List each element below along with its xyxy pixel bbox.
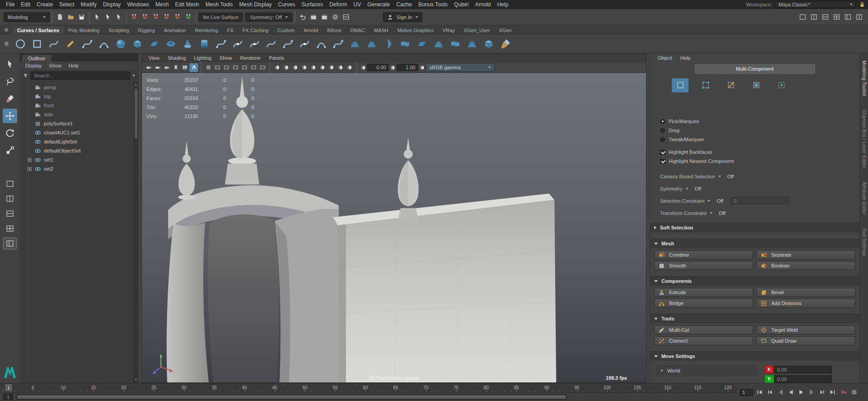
radio-tweak-marquee[interactable]: Tweak/Marquee bbox=[650, 135, 859, 144]
viewport-menu-panels[interactable]: Panels bbox=[265, 55, 288, 61]
curve-fillet-button[interactable] bbox=[314, 36, 329, 52]
outliner-item-persp[interactable]: persp bbox=[20, 83, 138, 92]
chevron-down-icon[interactable] bbox=[132, 75, 135, 76]
nurbs-cone-button[interactable] bbox=[180, 36, 195, 52]
bridge-button[interactable]: Bridge bbox=[654, 299, 753, 308]
nurbs-sphere-button[interactable] bbox=[113, 36, 128, 52]
pane-layout-button-1[interactable] bbox=[4, 178, 16, 189]
shelf-tab-custom[interactable]: Custom bbox=[273, 26, 299, 34]
shelf-tab-vray[interactable]: VRay bbox=[438, 26, 459, 34]
exposure-field[interactable]: 0.00 bbox=[367, 64, 389, 71]
loft-button[interactable] bbox=[397, 36, 413, 52]
menu-uv[interactable]: UV bbox=[350, 0, 364, 9]
translate-x-field[interactable]: 0.00 bbox=[774, 366, 832, 373]
display-layers-button[interactable] bbox=[341, 12, 351, 22]
bookmark-button[interactable] bbox=[171, 63, 180, 72]
component-mode-button[interactable]: Multi-Component bbox=[695, 64, 815, 74]
menu-bonus-tools[interactable]: Bonus Tools bbox=[415, 0, 451, 9]
camera-attributes-button[interactable] bbox=[162, 63, 171, 72]
target-weld-button[interactable]: Target Weld bbox=[756, 325, 855, 334]
snap-point-button[interactable] bbox=[151, 12, 161, 22]
menu-deform[interactable]: Deform bbox=[326, 0, 350, 9]
outliner-item-top[interactable]: top bbox=[20, 92, 138, 101]
option-symmetry[interactable]: SymmetryOff bbox=[650, 182, 859, 195]
paint-effects-brush-button[interactable] bbox=[498, 36, 513, 52]
shelf-gear-button[interactable] bbox=[0, 41, 13, 47]
shelf-tab-fx-caching[interactable]: FX Caching bbox=[238, 26, 273, 34]
option-transform-constraint[interactable]: Transform ConstraintOff bbox=[650, 207, 859, 219]
viewport-menu-renderer[interactable]: Renderer bbox=[236, 55, 265, 61]
option-selection-constraint[interactable]: Selection ConstraintOff0 bbox=[650, 195, 859, 207]
rebuild-curve-button[interactable] bbox=[297, 36, 312, 52]
safe-action-button[interactable] bbox=[249, 63, 258, 72]
menu-curves[interactable]: Curves bbox=[275, 0, 298, 9]
shelf-tab-bifrost[interactable]: Bifrost bbox=[323, 26, 346, 34]
shelf-menu-button[interactable] bbox=[0, 27, 13, 33]
project-curve-button[interactable] bbox=[347, 36, 363, 52]
outliner-tab[interactable]: Outliner bbox=[22, 55, 52, 62]
step-forward-key-button[interactable] bbox=[807, 388, 816, 397]
nurbs-plane-button[interactable] bbox=[146, 36, 162, 52]
snap-grid-button[interactable] bbox=[129, 12, 139, 22]
motion-blur-button[interactable] bbox=[327, 63, 335, 72]
outliner-scrollbar[interactable]: ▲ ▼ bbox=[134, 81, 138, 383]
2d-pan-zoom-button[interactable] bbox=[189, 63, 198, 72]
outliner-item-set1[interactable]: set1 bbox=[20, 155, 138, 164]
ipr-render-button[interactable] bbox=[319, 12, 330, 22]
shelf-tab-rendering[interactable]: Rendering bbox=[191, 26, 223, 34]
anim-preferences-button[interactable] bbox=[849, 388, 859, 397]
insert-knot-button[interactable] bbox=[247, 36, 262, 52]
time-slider[interactable]: 1 51015202530354045505560657075808590951… bbox=[0, 383, 737, 393]
vertex-mode-button[interactable] bbox=[697, 78, 714, 92]
sidebar-tab-modeling-toolkit[interactable]: Modeling Toolkit bbox=[862, 61, 867, 96]
offset-curve-button[interactable] bbox=[280, 36, 296, 52]
resolution-gate-button[interactable] bbox=[222, 63, 231, 72]
ep-curve-tool-button[interactable] bbox=[46, 36, 61, 52]
extrude-button[interactable]: Extrude bbox=[654, 288, 753, 297]
attach-curves-button[interactable] bbox=[213, 36, 229, 52]
connect-button[interactable]: Connect bbox=[654, 336, 753, 345]
field-chart-button[interactable] bbox=[240, 63, 249, 72]
exposure-icon[interactable] bbox=[360, 65, 366, 71]
shelf-tab-fx[interactable]: FX bbox=[222, 26, 238, 34]
menu-modify[interactable]: Modify bbox=[77, 0, 99, 9]
toolkit-menu-object[interactable]: Object bbox=[654, 55, 676, 61]
outliner-item-polysurface1[interactable]: polySurface1 bbox=[20, 119, 138, 128]
snap-projected-center-button[interactable] bbox=[161, 12, 172, 22]
menu-file[interactable]: File bbox=[3, 0, 18, 9]
menu-arnold[interactable]: Arnold bbox=[472, 0, 494, 9]
outliner-pane-button[interactable] bbox=[843, 12, 853, 22]
menu-generate[interactable]: Generate bbox=[364, 0, 393, 9]
nurbs-circle-button[interactable] bbox=[13, 36, 28, 52]
menu-mesh-tools[interactable]: Mesh Tools bbox=[203, 0, 236, 9]
viewport-canvas[interactable]: Verts:2023700Edges:4041100Faces:2016900T… bbox=[142, 73, 646, 382]
shelf-tab-arnold[interactable]: Arnold bbox=[299, 26, 323, 34]
nurbs-torus-button[interactable] bbox=[163, 36, 179, 52]
film-gate-button[interactable] bbox=[213, 63, 222, 72]
constraint-value-field[interactable]: 0 bbox=[731, 197, 789, 205]
shelf-tab-dmac[interactable]: DMAC bbox=[346, 26, 369, 34]
translate-y-field[interactable]: 0.00 bbox=[774, 375, 832, 383]
outliner-item-front[interactable]: front bbox=[20, 101, 138, 110]
three-point-arc-button[interactable] bbox=[96, 36, 112, 52]
multi-component-button[interactable] bbox=[672, 78, 689, 92]
viewport-menu-show[interactable]: Show bbox=[216, 55, 236, 61]
shelf-tab-motion-graphics[interactable]: Motion Graphics bbox=[393, 26, 438, 34]
pencil-curve-tool-button[interactable] bbox=[63, 36, 78, 52]
checkbox-highlight-backfaces[interactable]: Highlight Backfaces bbox=[650, 148, 859, 157]
sidebar-tab-channel-box-layer-editor[interactable]: Channel Box / Layer Editor bbox=[862, 110, 867, 168]
separate-button[interactable]: Separate bbox=[756, 250, 855, 259]
outliner-menu-show[interactable]: Show bbox=[45, 63, 65, 68]
nurbs-square-button[interactable] bbox=[29, 36, 45, 52]
scale-tool-button[interactable] bbox=[3, 143, 17, 158]
toolkit-menu-help[interactable]: Help bbox=[676, 55, 695, 61]
range-start-field[interactable]: 1 bbox=[3, 394, 13, 400]
add-divisions-button[interactable]: Add Divisions bbox=[756, 299, 855, 308]
shelf-tab-xgen[interactable]: XGen bbox=[494, 26, 516, 34]
sidebar-tab-tool-settings[interactable]: Tool Settings bbox=[862, 228, 867, 256]
outliner-menu-display[interactable]: Display bbox=[22, 63, 45, 68]
select-hierarchy-button[interactable] bbox=[92, 12, 102, 22]
boundary-button[interactable] bbox=[464, 36, 480, 52]
four-pane-button[interactable] bbox=[831, 12, 842, 22]
expand-toggle-icon[interactable] bbox=[28, 158, 32, 162]
